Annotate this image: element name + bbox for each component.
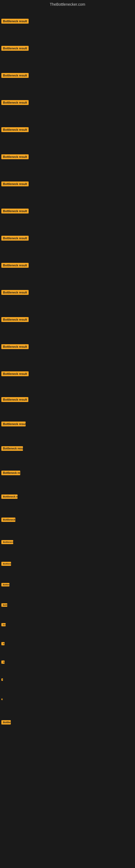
list-item: Bottleneck result bbox=[0, 710, 135, 735]
bottleneck-badge[interactable]: Bottleneck result bbox=[1, 371, 29, 376]
site-title: TheBottlenecker.com bbox=[0, 0, 135, 8]
list-item: Bottleneck result bbox=[0, 485, 135, 508]
bottleneck-badge[interactable]: Bottleneck result bbox=[1, 540, 13, 544]
list-item: Bottleneck result bbox=[0, 531, 135, 553]
bottleneck-badge[interactable]: Bottleneck result bbox=[1, 678, 3, 681]
list-item: Bottleneck result bbox=[0, 653, 135, 671]
spacer bbox=[0, 832, 135, 865]
list-item: Bottleneck result bbox=[0, 8, 135, 35]
spacer bbox=[0, 865, 135, 868]
bottleneck-badge[interactable]: Bottleneck result bbox=[1, 518, 15, 522]
list-item: Bottleneck result bbox=[0, 279, 135, 306]
list-item: Bottleneck result bbox=[0, 461, 135, 485]
list-item: Bottleneck result bbox=[0, 116, 135, 143]
bottleneck-badge[interactable]: Bottleneck result bbox=[1, 583, 9, 586]
list-item: Bottleneck result bbox=[0, 197, 135, 225]
list-item: Bottleneck result bbox=[0, 671, 135, 688]
bottleneck-badge[interactable]: Bottleneck result bbox=[1, 471, 20, 475]
bottleneck-badge[interactable]: Bottleneck result bbox=[1, 446, 23, 451]
bottleneck-badge[interactable]: Bottleneck result bbox=[1, 397, 28, 402]
bottleneck-badge[interactable]: Bottleneck result bbox=[1, 317, 29, 322]
bottleneck-badge[interactable]: Bottleneck result bbox=[1, 699, 3, 700]
bottleneck-badge[interactable]: Bottleneck result bbox=[1, 623, 6, 626]
bottleneck-badge[interactable]: Bottleneck result bbox=[1, 642, 5, 645]
bottleneck-badge[interactable]: Bottleneck result bbox=[1, 290, 29, 295]
bottleneck-badge[interactable]: Bottleneck result bbox=[1, 209, 29, 214]
list-item: Bottleneck result bbox=[0, 436, 135, 461]
bottleneck-badge[interactable]: Bottleneck result bbox=[1, 263, 29, 268]
bottleneck-badge[interactable]: Bottleneck result bbox=[1, 495, 17, 499]
bottleneck-badge[interactable]: Bottleneck result bbox=[1, 562, 11, 566]
spacer bbox=[0, 767, 135, 800]
bottleneck-badge[interactable]: Bottleneck result bbox=[1, 46, 29, 51]
spacer bbox=[0, 735, 135, 767]
list-item: Bottleneck result bbox=[0, 170, 135, 197]
list-item: Bottleneck result bbox=[0, 252, 135, 279]
list-item: Bottleneck result bbox=[0, 412, 135, 436]
bottleneck-badge[interactable]: Bottleneck result bbox=[1, 100, 29, 105]
list-item: Bottleneck result bbox=[0, 508, 135, 531]
list-item: Bottleneck result bbox=[0, 553, 135, 575]
bottleneck-badge[interactable]: Bottleneck result bbox=[1, 720, 11, 724]
list-item: Bottleneck result bbox=[0, 634, 135, 653]
bottleneck-badge[interactable]: Bottleneck result bbox=[1, 660, 5, 664]
list-item: Bottleneck result bbox=[0, 575, 135, 595]
list-item: Bottleneck result bbox=[0, 306, 135, 333]
list-item: Bottleneck result bbox=[0, 143, 135, 170]
list-item: Bottleneck result bbox=[0, 62, 135, 89]
list-item: Bottleneck result bbox=[0, 688, 135, 710]
list-item: Bottleneck result bbox=[0, 333, 135, 360]
list-item: Bottleneck result bbox=[0, 35, 135, 62]
list-item: Bottleneck result bbox=[0, 595, 135, 615]
bottleneck-badge[interactable]: Bottleneck result bbox=[1, 603, 7, 607]
list-item: Bottleneck result bbox=[0, 89, 135, 116]
bottleneck-badge[interactable]: Bottleneck result bbox=[1, 422, 26, 426]
bottleneck-badge[interactable]: Bottleneck result bbox=[1, 236, 29, 241]
spacer bbox=[0, 800, 135, 832]
list-item: Bottleneck result bbox=[0, 225, 135, 252]
bottleneck-badge[interactable]: Bottleneck result bbox=[1, 127, 29, 132]
bottleneck-badge[interactable]: Bottleneck result bbox=[1, 154, 29, 159]
bottleneck-badge[interactable]: Bottleneck result bbox=[1, 182, 29, 186]
bottleneck-badge[interactable]: Bottleneck result bbox=[1, 19, 29, 24]
list-item: Bottleneck result bbox=[0, 360, 135, 388]
list-item: Bottleneck result bbox=[0, 615, 135, 634]
page-container: TheBottlenecker.com Bottleneck result Bo… bbox=[0, 0, 135, 868]
bottleneck-badge[interactable]: Bottleneck result bbox=[1, 344, 29, 349]
list-item: Bottleneck result bbox=[0, 388, 135, 412]
bottleneck-badge[interactable]: Bottleneck result bbox=[1, 73, 29, 78]
